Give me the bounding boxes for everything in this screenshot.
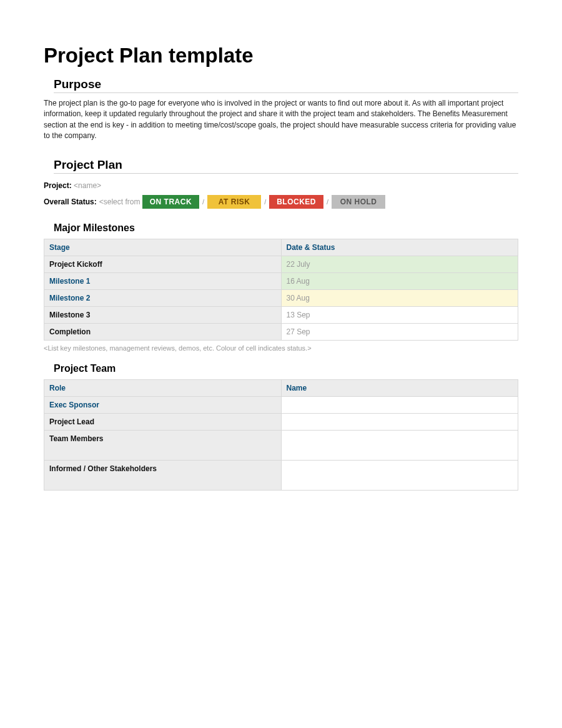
team-heading: Project Team xyxy=(54,363,518,374)
status-sep: / xyxy=(264,198,266,206)
table-row: Project Kickoff22 July xyxy=(44,256,518,272)
milestone-date: 27 Sep xyxy=(281,323,518,340)
team-name-cell[interactable] xyxy=(281,460,518,490)
status-sep: / xyxy=(327,198,328,206)
table-row: Milestone 230 Aug xyxy=(44,289,518,306)
team-table: Role Name Exec SponsorProject LeadTeam M… xyxy=(44,379,518,491)
team-role: Project Lead xyxy=(44,413,282,430)
status-option-on-track[interactable]: ON TRACK xyxy=(142,195,199,209)
team-role[interactable]: Exec Sponsor xyxy=(44,396,282,413)
milestones-col-stage: Stage xyxy=(44,239,282,256)
purpose-heading: Purpose xyxy=(54,75,518,93)
team-name-cell[interactable] xyxy=(281,430,518,460)
document-title: Project Plan template xyxy=(44,44,518,67)
purpose-body: The project plan is the go-to page for e… xyxy=(44,98,518,142)
overall-status-label: Overall Status: xyxy=(44,197,97,206)
milestone-date: 13 Sep xyxy=(281,306,518,323)
table-row: Completion27 Sep xyxy=(44,323,518,340)
milestones-heading: Major Milestones xyxy=(54,222,518,234)
milestone-date: 22 July xyxy=(281,256,518,272)
team-name-cell[interactable] xyxy=(281,413,518,430)
table-row: Milestone 313 Sep xyxy=(44,306,518,323)
project-plan-heading: Project Plan xyxy=(54,156,518,174)
overall-status-row: Overall Status: <select from ON TRACK / … xyxy=(44,195,518,209)
project-field: Project: <name> xyxy=(44,181,518,190)
document-page: Project Plan template Purpose The projec… xyxy=(0,0,562,491)
table-row: Project Lead xyxy=(44,413,518,430)
status-option-at-risk[interactable]: AT RISK xyxy=(207,195,261,209)
milestone-stage: Project Kickoff xyxy=(44,256,282,272)
status-option-on-hold[interactable]: ON HOLD xyxy=(332,195,385,209)
milestone-date: 30 Aug xyxy=(281,289,518,306)
team-col-role: Role xyxy=(44,379,282,396)
milestone-stage[interactable]: Milestone 2 xyxy=(44,289,282,306)
milestone-stage: Milestone 3 xyxy=(44,306,282,323)
project-value[interactable]: <name> xyxy=(74,181,101,190)
team-role: Team Members xyxy=(44,430,282,460)
team-role: Informed / Other Stakeholders xyxy=(44,460,282,490)
status-option-blocked[interactable]: BLOCKED xyxy=(269,195,323,209)
table-row: Milestone 116 Aug xyxy=(44,272,518,289)
project-label: Project: xyxy=(44,181,72,190)
milestone-date: 16 Aug xyxy=(281,272,518,289)
table-row: Team Members xyxy=(44,430,518,460)
milestones-col-date: Date & Status xyxy=(281,239,518,256)
table-row: Informed / Other Stakeholders xyxy=(44,460,518,490)
table-row: Exec Sponsor xyxy=(44,396,518,413)
team-name-cell[interactable] xyxy=(281,396,518,413)
status-sep: / xyxy=(202,198,204,206)
milestone-stage: Completion xyxy=(44,323,282,340)
milestone-stage[interactable]: Milestone 1 xyxy=(44,272,282,289)
overall-status-prefix: <select from xyxy=(99,197,140,206)
team-col-name: Name xyxy=(281,379,518,396)
milestones-table: Stage Date & Status Project Kickoff22 Ju… xyxy=(44,239,518,341)
milestones-hint: <List key milestones, management reviews… xyxy=(44,344,518,352)
